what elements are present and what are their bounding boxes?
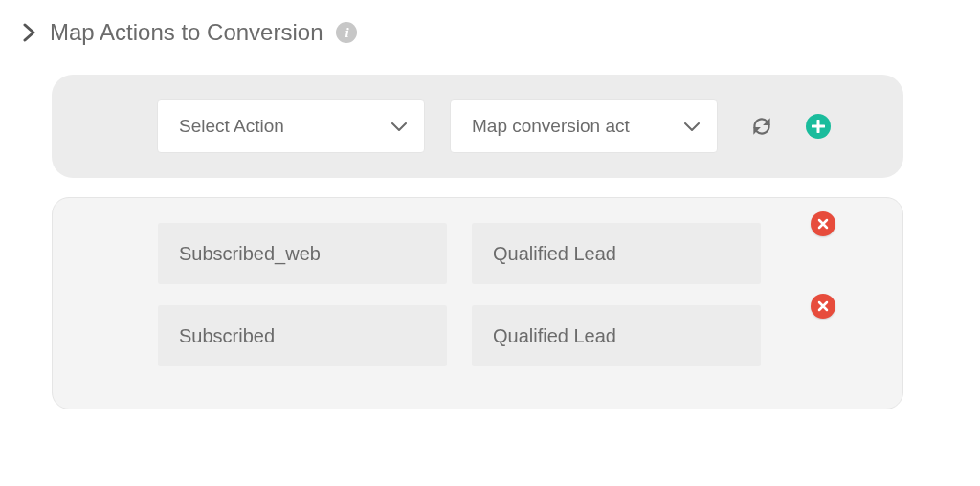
select-action-dropdown[interactable]: Select Action (157, 99, 425, 153)
select-conversion-label: Map conversion act (472, 116, 630, 137)
chevron-right-icon (23, 23, 36, 42)
selector-panel: Select Action Map conversion act (52, 75, 903, 178)
mapping-row: Subscribed_webQualified Lead (81, 223, 874, 284)
mapping-action-value: Subscribed (158, 305, 447, 366)
remove-mapping-button[interactable] (811, 211, 835, 236)
select-action-label: Select Action (179, 116, 284, 137)
remove-mapping-button[interactable] (811, 294, 835, 319)
info-icon[interactable]: i (336, 22, 357, 43)
mapping-conversion-value: Qualified Lead (472, 305, 761, 366)
chevron-down-icon (684, 116, 700, 137)
add-mapping-button[interactable] (806, 114, 831, 139)
select-conversion-dropdown[interactable]: Map conversion act (450, 99, 718, 153)
section-header: Map Actions to Conversion i (23, 19, 957, 46)
mapping-row: SubscribedQualified Lead (81, 305, 874, 366)
section-title: Map Actions to Conversion (50, 19, 323, 46)
refresh-button[interactable] (743, 107, 781, 145)
chevron-down-icon (391, 116, 407, 137)
mapping-conversion-value: Qualified Lead (472, 223, 761, 284)
mapping-action-value: Subscribed_web (158, 223, 447, 284)
mappings-panel: Subscribed_webQualified LeadSubscribedQu… (52, 197, 903, 409)
